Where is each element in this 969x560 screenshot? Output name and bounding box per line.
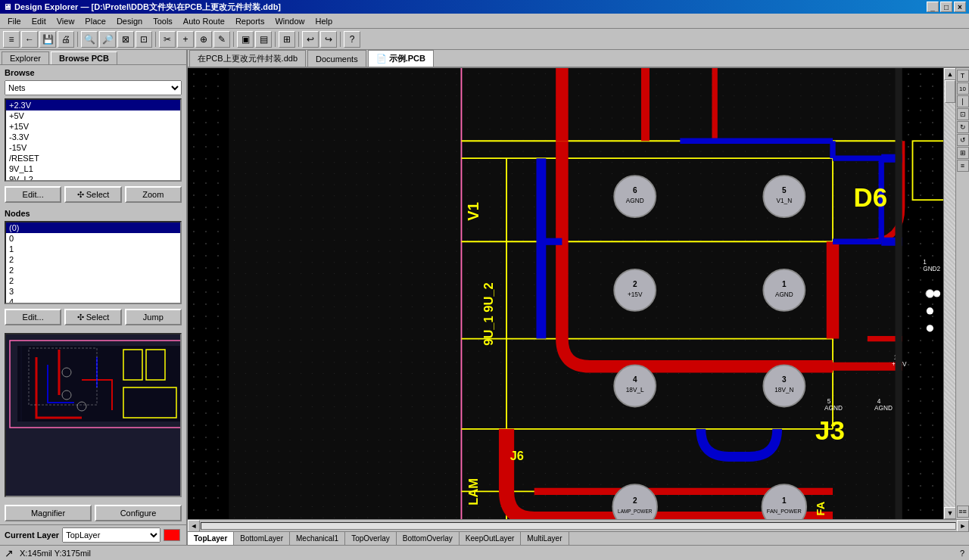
- layer-select[interactable]: TopLayer BottomLayer Mechanical1 TopOver…: [62, 527, 160, 543]
- doc-tab-pcb[interactable]: 📄 示例.PCB: [368, 50, 434, 67]
- scroll-track[interactable]: [944, 80, 955, 507]
- menu-window[interactable]: Window: [270, 15, 309, 27]
- pcb-view[interactable]: D6 D8 J3 V1 9U_1 9U_2 J6 LAM: [188, 68, 943, 519]
- horizontal-scrollbar[interactable]: ◄ ►: [188, 519, 969, 531]
- toolbar-btn-zoom-in[interactable]: 🔍: [81, 31, 98, 48]
- maximize-button[interactable]: □: [940, 2, 952, 12]
- toolbar-btn-pencil[interactable]: ✎: [213, 31, 230, 48]
- layer-tab-mechanical1[interactable]: Mechanical1: [290, 532, 345, 545]
- net-edit-button[interactable]: Edit...: [5, 186, 61, 203]
- menu-autoroute[interactable]: Auto Route: [179, 15, 229, 27]
- pcb-canvas[interactable]: D6 D8 J3 V1 9U_1 9U_2 J6 LAM: [188, 68, 943, 519]
- toolbar-btn-zoom-out[interactable]: 🔎: [99, 31, 116, 48]
- right-tool-6[interactable]: ↺: [957, 134, 969, 146]
- scroll-up-button[interactable]: ▲: [944, 68, 956, 80]
- toolbar-btn-add[interactable]: ⊕: [195, 31, 212, 48]
- right-tool-1[interactable]: T: [957, 70, 969, 82]
- toolbar-btn-grid[interactable]: ⊞: [279, 31, 295, 48]
- node-item-7[interactable]: 4: [6, 297, 180, 304]
- net-item-5[interactable]: -15V: [6, 142, 180, 153]
- menu-bar: File Edit View Place Design Tools Auto R…: [0, 14, 969, 29]
- menu-design[interactable]: Design: [112, 15, 147, 27]
- right-tool-8[interactable]: ≡: [957, 160, 969, 172]
- browse-section-label: Browse: [0, 65, 186, 79]
- toolbar-btn-undo[interactable]: ↩: [302, 31, 319, 48]
- layer-tab-keepoutlayer[interactable]: KeepOutLayer: [460, 532, 522, 545]
- toolbar-btn-menu[interactable]: ≡: [3, 31, 20, 48]
- layer-tab-topoverlay[interactable]: TopOverlay: [345, 532, 397, 545]
- menu-view[interactable]: View: [52, 15, 79, 27]
- browse-type-select[interactable]: Nets Components Pads Vias: [5, 80, 182, 95]
- node-item-3[interactable]: 2: [6, 254, 180, 265]
- node-item-6[interactable]: 3: [6, 286, 180, 297]
- toolbar-btn-zoom-area[interactable]: ⊡: [136, 31, 152, 48]
- net-item-2[interactable]: +5V: [6, 110, 180, 121]
- net-select-button[interactable]: ✣ Select: [64, 186, 121, 203]
- toolbar-btn-print[interactable]: 🖨: [58, 31, 74, 48]
- toolbar-btn-back[interactable]: ←: [21, 31, 38, 48]
- scroll-right-button[interactable]: ►: [957, 520, 969, 532]
- right-tool-3[interactable]: |: [957, 95, 969, 107]
- toolbar-btn-zoom-fit[interactable]: ⊠: [117, 31, 134, 48]
- toolbar-btn-component2[interactable]: ▤: [255, 31, 272, 48]
- vertical-scrollbar[interactable]: ▲ ▼: [943, 68, 955, 519]
- net-item-1[interactable]: +2.3V: [6, 100, 180, 110]
- right-tool-9[interactable]: ≡≡: [957, 506, 969, 518]
- right-tool-2[interactable]: 10: [957, 82, 969, 95]
- doc-tab-ddb[interactable]: 在PCB上更改元件封装.ddb: [189, 50, 306, 67]
- net-item-4[interactable]: -3.3V: [6, 132, 180, 142]
- scroll-down-button[interactable]: ▼: [944, 507, 956, 519]
- layer-tab-bottomlayer[interactable]: BottomLayer: [234, 532, 290, 545]
- menu-tools[interactable]: Tools: [148, 15, 177, 27]
- menu-place[interactable]: Place: [80, 15, 111, 27]
- toolbar-btn-help[interactable]: ?: [344, 31, 360, 48]
- node-edit-button[interactable]: Edit...: [5, 309, 61, 325]
- menu-edit[interactable]: Edit: [27, 15, 51, 27]
- right-tool-7[interactable]: ⊞: [957, 147, 969, 159]
- menu-reports[interactable]: Reports: [231, 15, 270, 27]
- right-tool-5[interactable]: ↻: [957, 121, 969, 133]
- net-item-6[interactable]: /RESET: [6, 153, 180, 163]
- node-item-5[interactable]: 2: [6, 275, 180, 286]
- node-item-4[interactable]: 2: [6, 265, 180, 275]
- net-item-7[interactable]: 9V_L1: [6, 163, 180, 174]
- h-scroll-track[interactable]: [201, 522, 956, 530]
- nodes-list[interactable]: (0) 0 1 2 2 2 3 4: [5, 221, 182, 304]
- toolbar-btn-cross[interactable]: +: [177, 31, 194, 48]
- node-select-button[interactable]: ✣ Select: [64, 309, 121, 325]
- magnifier-button[interactable]: Magnifier: [5, 505, 92, 521]
- tab-explorer[interactable]: Explorer: [2, 51, 49, 64]
- layer-tab-toplayer[interactable]: TopLayer: [188, 532, 234, 545]
- doc-tab-documents[interactable]: Documents: [307, 50, 366, 67]
- net-zoom-button[interactable]: Zoom: [125, 186, 182, 203]
- toolbar-btn-redo[interactable]: ↪: [320, 31, 337, 48]
- scroll-thumb[interactable]: [945, 80, 955, 103]
- toolbar-btn-component1[interactable]: ▣: [237, 31, 254, 48]
- layer-tab-multilayer[interactable]: MultiLayer: [521, 532, 569, 545]
- tab-browse-pcb[interactable]: Browse PCB: [51, 51, 117, 64]
- scroll-left-button[interactable]: ◄: [188, 520, 200, 532]
- svg-text:1: 1: [782, 280, 787, 288]
- net-item-8[interactable]: 9V_L2: [6, 174, 180, 182]
- node-item-2[interactable]: 1: [6, 244, 180, 254]
- toolbar-btn-save[interactable]: 💾: [39, 31, 56, 48]
- window-controls[interactable]: _ □ ×: [927, 2, 966, 12]
- node-item-0[interactable]: (0): [6, 222, 180, 233]
- toolbar-btn-select[interactable]: ✂: [159, 31, 176, 48]
- menu-file[interactable]: File: [3, 15, 26, 27]
- right-tool-4[interactable]: ⊡: [957, 108, 969, 120]
- configure-button[interactable]: Configure: [95, 505, 182, 521]
- svg-text:LAMP_POWER: LAMP_POWER: [618, 509, 653, 515]
- layer-color-indicator: [164, 529, 180, 541]
- nets-list[interactable]: +2.3V +5V +15V -3.3V -15V /RESET 9V_L1 9…: [5, 98, 182, 182]
- svg-text:2: 2: [633, 496, 637, 505]
- menu-help[interactable]: Help: [311, 15, 338, 27]
- minimize-button[interactable]: _: [927, 2, 939, 12]
- layer-tabs: TopLayer BottomLayer Mechanical1 TopOver…: [188, 531, 969, 545]
- layer-tab-bottomoverlay[interactable]: BottomOverlay: [397, 532, 460, 545]
- node-jump-button[interactable]: Jump: [125, 309, 182, 325]
- net-item-3[interactable]: +15V: [6, 121, 180, 132]
- svg-text:+15V: +15V: [628, 291, 643, 298]
- node-item-1[interactable]: 0: [6, 233, 180, 244]
- close-button[interactable]: ×: [954, 2, 966, 12]
